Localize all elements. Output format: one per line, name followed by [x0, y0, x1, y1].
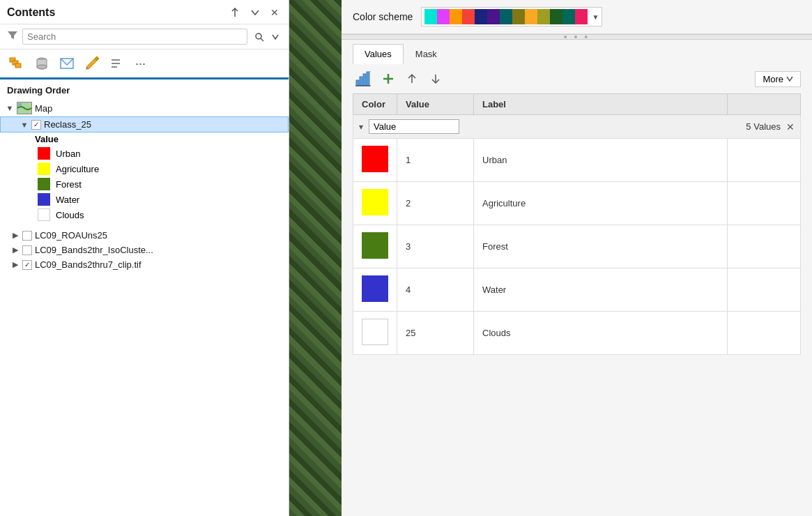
close-filter-btn[interactable]: ✕ [786, 121, 795, 132]
color-cell-5[interactable] [353, 312, 397, 355]
table-header-row: Color Value Label [353, 94, 801, 115]
color-cell-1[interactable] [353, 139, 397, 182]
contents-toolbar: ··· [0, 50, 289, 79]
value-cell-3: 3 [397, 225, 474, 268]
legend-label-agriculture: Agriculture [56, 164, 99, 174]
value-filter-input[interactable] [369, 119, 459, 134]
color-box-3 [362, 232, 388, 259]
color-cell-4[interactable] [353, 268, 397, 312]
legend-color-water [38, 193, 50, 206]
extra-cell-1 [728, 139, 801, 182]
lc09-bands2thru7-arrow: ▶ [11, 260, 20, 269]
legend-group: Value Urban Agriculture Forest Water Clo… [0, 132, 289, 222]
extra-cell-3 [728, 225, 801, 268]
legend-label-clouds: Clouds [56, 210, 84, 220]
svg-rect-9 [112, 63, 120, 64]
lc09-bands2thr-label: LC09_Bands2thr_IsoCluste... [35, 245, 153, 255]
extra-cell-4 [728, 268, 801, 312]
tab-values[interactable]: Values [353, 44, 404, 64]
legend-item-agriculture: Agriculture [35, 161, 289, 176]
swatch-1 [437, 9, 450, 24]
header-actions: ✕ [227, 6, 282, 20]
table-row: 4 Water [353, 268, 801, 312]
filter-chevron-icon: ▾ [359, 122, 363, 132]
extra-icon[interactable] [107, 54, 127, 73]
filter-row-inner: ▾ 5 Values ✕ [359, 119, 795, 134]
swatch-5 [487, 9, 500, 24]
reclass-label: Reclass_25 [44, 119, 91, 130]
label-cell-2: Agriculture [474, 182, 728, 225]
reclass-arrow: ▼ [20, 121, 29, 129]
contents-header: Contents ✕ [0, 0, 289, 24]
lc09-roauns-checkbox[interactable] [22, 231, 32, 241]
tree-item-lc09-roauns[interactable]: ▶ LC09_ROAUns25 [0, 228, 289, 243]
color-box-4 [362, 275, 388, 302]
tree-item-reclass[interactable]: ▼ ✓ Reclass_25 [0, 116, 289, 132]
close-button[interactable]: ✕ [268, 6, 282, 20]
color-cell-2[interactable] [353, 182, 397, 225]
value-cell-5: 25 [397, 312, 474, 355]
color-box-5 [362, 319, 388, 345]
svg-rect-8 [112, 59, 120, 61]
move-up-icon-btn[interactable] [403, 71, 421, 86]
table-row: 25 Clouds [353, 312, 801, 355]
lc09-roauns-arrow: ▶ [11, 231, 20, 240]
more-button[interactable]: More [755, 71, 801, 87]
map-label: Map [35, 103, 52, 114]
swatch-12 [575, 9, 588, 24]
search-input[interactable] [22, 29, 247, 45]
search-buttons [252, 31, 282, 43]
dropdown-button[interactable] [248, 7, 262, 18]
svg-rect-15 [363, 74, 366, 86]
swatch-11 [562, 9, 575, 24]
col-value: Value [397, 94, 474, 115]
swatch-3 [462, 9, 475, 24]
table-row: 3 Forest [353, 225, 801, 268]
map-icon [17, 102, 32, 114]
col-extra [728, 94, 801, 115]
tab-mask[interactable]: Mask [404, 44, 449, 64]
value-cell-1: 1 [397, 139, 474, 182]
more-label: More [763, 74, 783, 84]
lc09-bands2thru7-checkbox[interactable]: ✓ [22, 260, 32, 270]
color-scheme-dropdown-arrow: ▼ [592, 13, 599, 21]
filter-cell: ▾ 5 Values ✕ [353, 115, 801, 139]
tree-item-map[interactable]: ▼ Map [0, 100, 289, 116]
classify-icon-btn[interactable] [353, 70, 374, 88]
value-cell-2: 2 [397, 182, 474, 225]
more-dots-btn[interactable]: ··· [135, 56, 146, 71]
drawing-order-icon[interactable] [7, 54, 26, 73]
tree-item-lc09-bands2thru7[interactable]: ▶ ✓ LC09_Bands2thru7_clip.tif [0, 257, 289, 272]
right-panel: Color scheme ▼ • • • Values [342, 0, 812, 516]
legend-color-agriculture [38, 162, 50, 175]
legend-label-forest: Forest [56, 179, 82, 190]
color-scheme-picker[interactable]: ▼ [421, 7, 602, 26]
edit-icon[interactable] [82, 54, 102, 73]
filter2-icon[interactable] [57, 54, 77, 73]
add-icon-btn[interactable] [379, 71, 397, 86]
search-dropdown-btn[interactable] [269, 33, 282, 41]
drawing-order-label: Drawing Order [0, 79, 289, 98]
database-icon[interactable] [32, 54, 52, 73]
table-row: 2 Agriculture [353, 182, 801, 225]
search-icon-btn[interactable] [252, 31, 267, 43]
label-cell-3: Forest [474, 225, 728, 268]
label-cell-5: Clouds [474, 312, 728, 355]
swatch-10 [550, 9, 562, 24]
legend-color-urban [38, 147, 50, 160]
legend-label-urban: Urban [56, 149, 80, 159]
col-color: Color [353, 94, 397, 115]
reclass-checkbox[interactable]: ✓ [31, 120, 41, 130]
lc09-bands2thr-checkbox[interactable] [22, 245, 32, 255]
contents-title: Contents [7, 6, 55, 19]
legend-color-clouds [38, 208, 50, 221]
map-background [289, 0, 342, 516]
swatch-4 [475, 9, 487, 24]
move-down-icon-btn[interactable] [427, 71, 445, 86]
tree-item-lc09-bands2thr[interactable]: ▶ LC09_Bands2thr_IsoCluste... [0, 243, 289, 257]
color-cell-3[interactable] [353, 225, 397, 268]
map-arrow: ▼ [6, 104, 14, 112]
pin-button[interactable] [227, 6, 243, 19]
svg-rect-14 [360, 77, 362, 86]
extra-cell-2 [728, 182, 801, 225]
